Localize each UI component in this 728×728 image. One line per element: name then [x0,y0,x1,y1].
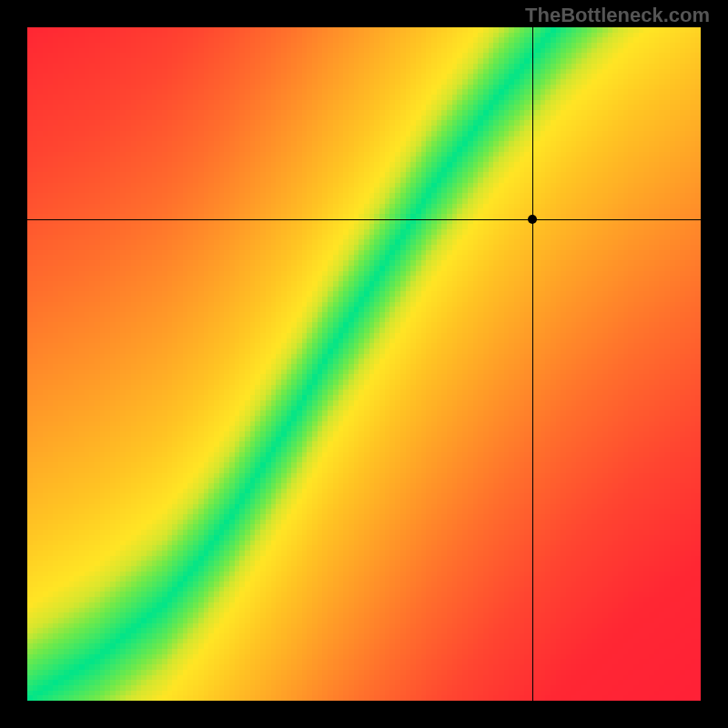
watermark-text: TheBottleneck.com [525,4,710,27]
crosshair-horizontal [27,219,701,220]
heatmap-canvas [27,27,701,701]
marker-dot [528,215,537,224]
crosshair-vertical [532,27,533,701]
heatmap-plot [27,27,701,701]
